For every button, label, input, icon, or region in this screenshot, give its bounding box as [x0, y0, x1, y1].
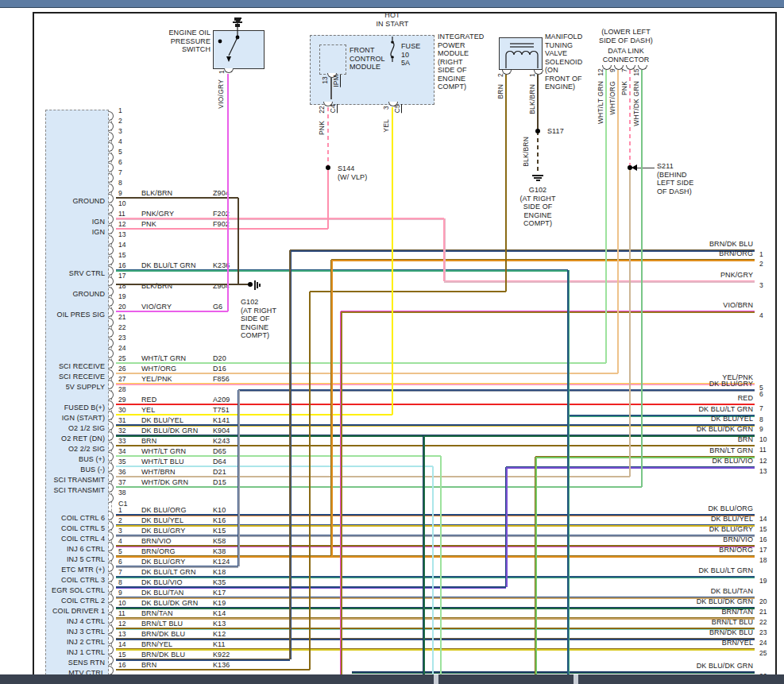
- pin-function-label: INJ 6 CTRL: [32, 545, 105, 554]
- diagram-frame-left: [33, 12, 34, 674]
- exit-wire-label: DK BLU/ORG: [658, 504, 753, 513]
- front-control-module-box: [319, 44, 346, 75]
- bottom-bar-slot: [574, 674, 578, 684]
- wire-segment: [116, 455, 441, 457]
- pin-function-label: SCI TRANSMIT: [32, 486, 105, 495]
- pin-arc: [109, 142, 114, 152]
- wire-name: BRN: [141, 437, 156, 446]
- wire-segment: [310, 291, 506, 292]
- pin-function-label: GROUND: [32, 290, 105, 299]
- wire-segment: [444, 280, 755, 283]
- pin-function-label: COIL CTRL 3: [32, 576, 105, 585]
- pin-arc: [109, 287, 114, 296]
- exit-wire-label: BRN/ORG: [658, 546, 753, 555]
- rotated-wire-label: 3: [383, 106, 390, 110]
- exit-wire-number: 10: [759, 436, 767, 443]
- exit-wire-number: 25: [759, 650, 767, 657]
- exit-wire-number: 13: [759, 468, 767, 475]
- rotated-wire-label: C5: [394, 104, 401, 113]
- wire-name: RED: [141, 396, 156, 404]
- exit-wire-label: DK BLU/VIO: [658, 457, 753, 466]
- s211-pointer-line: [635, 168, 655, 168]
- exit-wire-label: BRN/TAN: [658, 608, 753, 616]
- solenoid-coil-icon: [499, 37, 542, 69]
- wire-segment: [116, 659, 290, 661]
- exit-wire-number: 22: [759, 619, 767, 626]
- rotated-wire-label: 13: [322, 76, 329, 84]
- rotated-wire-label: 15: [633, 68, 640, 76]
- pin-arc: [109, 442, 114, 451]
- pin-arc: [109, 462, 114, 472]
- wire-segment: [330, 260, 333, 556]
- exit-wire-number: 12: [759, 458, 767, 465]
- pin-function-label: COIL CTRL 4: [32, 535, 105, 543]
- exit-wire-label: DK BLU/YEL: [658, 515, 753, 524]
- pin-function-label: COIL CTRL 6: [32, 514, 105, 523]
- wire-name: WHT/LT GRN: [141, 447, 186, 456]
- exit-wire-number: 24: [759, 640, 767, 647]
- circuit-code: K136: [213, 661, 230, 670]
- exit-wire-label: DK BLU/DK GRN: [658, 662, 753, 670]
- pin-function-label: SENS RTN: [32, 659, 105, 667]
- pin-function-label: O2 2/2 SIG: [32, 445, 105, 454]
- pin-arc: [109, 511, 114, 520]
- wire-segment: [116, 466, 433, 467]
- wire-name: WHT/LT BLU: [141, 458, 184, 466]
- pin-function-label: INJ 3 CTRL: [32, 628, 105, 636]
- pin-function-label: IGN: [32, 218, 105, 226]
- pin-number: 35: [118, 458, 126, 466]
- exit-wire-number: 15: [759, 526, 767, 533]
- wire-segment: [340, 311, 342, 674]
- wire-segment: [116, 476, 630, 477]
- wire-name: WHT/DK GRN: [141, 478, 188, 487]
- exit-wire-label: BRN/LT BLU: [658, 618, 753, 627]
- pin-function-label: 5V SUPPLY: [32, 383, 105, 392]
- label-s117: S117: [547, 127, 579, 136]
- wire-segment: [116, 197, 238, 199]
- exit-wire-label: DK BLU/TAN: [658, 587, 753, 596]
- wire-segment: [116, 269, 568, 272]
- pin-number: 16: [118, 662, 126, 669]
- pin-arc: [109, 297, 114, 307]
- pin-number: 4: [118, 138, 122, 145]
- circuit-code: K243: [213, 437, 230, 446]
- pin-number: 36: [118, 469, 126, 476]
- pin-function-label: BUS (-): [32, 466, 105, 474]
- circuit-code: D20: [213, 354, 226, 363]
- pin-function-label: INJ 1 CTRL: [32, 648, 105, 657]
- pin-function-label: BUS (+): [32, 455, 105, 464]
- pin-number: 15: [118, 252, 126, 259]
- pin-number: 19: [118, 293, 126, 300]
- pin-arc: [109, 214, 114, 224]
- pin-arc: [109, 593, 114, 603]
- wire-segment: [227, 74, 229, 311]
- pin-arc: [109, 245, 114, 255]
- pin-function-label: SCI RECEIVE: [32, 362, 105, 371]
- exit-wire-label: BRN/ORG: [658, 249, 753, 258]
- rotated-wire-label: 7: [621, 68, 628, 72]
- exit-wire-label: BRN/LT GRN: [658, 446, 753, 455]
- rotated-wire-label: BLK/BRN: [529, 84, 536, 114]
- exit-wire-number: 20: [759, 598, 767, 605]
- exit-wire-label: BRN/YEL: [658, 639, 753, 647]
- splice-dot: [326, 165, 330, 170]
- exit-wire-number: 6: [759, 391, 763, 398]
- pin-number: 23: [118, 334, 126, 342]
- pin-arc: [109, 235, 114, 245]
- pin-number: 8: [118, 180, 122, 187]
- wire-segment: [116, 414, 392, 415]
- rotated-wire-label: 22: [319, 106, 326, 114]
- exit-wire-number: 16: [759, 536, 767, 543]
- wire-name: BLK/BRN: [141, 189, 172, 198]
- circuit-code: D64: [213, 458, 226, 466]
- pin-arc: [109, 421, 114, 431]
- pin-number: 6: [118, 159, 122, 166]
- pin-arc: [109, 349, 114, 358]
- pin-arc: [109, 411, 114, 420]
- rotated-wire-label: 1: [218, 70, 226, 74]
- exit-wire-label: DK BLU/DK GRN: [658, 425, 753, 434]
- pin-number: 13: [118, 231, 126, 238]
- wire-segment: [238, 390, 240, 566]
- rotated-wire-label: 1: [529, 73, 536, 77]
- pin-arc: [109, 204, 114, 214]
